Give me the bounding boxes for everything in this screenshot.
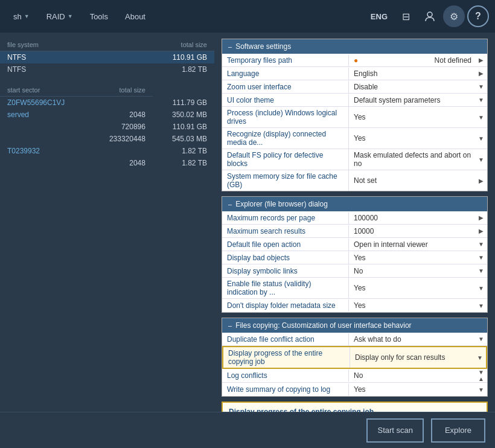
row-arrow-icon[interactable]: ▼ xyxy=(476,386,487,393)
settings-row[interactable]: System memory size for file cache (GB) N… xyxy=(222,170,487,191)
row-arrow-icon[interactable]: ▶ xyxy=(476,214,487,221)
settings-row[interactable]: Zoom user interface Disable ▼ xyxy=(222,80,487,94)
files-collapse-icon[interactable]: – xyxy=(228,322,232,329)
row-label: Zoom user interface xyxy=(222,81,349,93)
settings-row[interactable]: UI color theme Default system parameters… xyxy=(222,94,487,107)
row-value: 100000 xyxy=(349,212,476,224)
row-arrow-icon[interactable]: ▼ xyxy=(476,267,487,274)
fs-name: NTFS xyxy=(0,51,103,64)
row-arrow-icon[interactable]: ▶ xyxy=(476,70,487,77)
row-value: ●Not defined xyxy=(349,54,476,66)
lang-badge: ENG xyxy=(371,12,388,21)
fs-table-row[interactable]: NTFS 110.91 GB xyxy=(0,51,214,64)
row-value-text: Yes xyxy=(354,254,366,262)
settings-row[interactable]: Display symbolic links No ▼ xyxy=(222,264,487,278)
sector-id: Z0FW55696C1VJ xyxy=(0,97,89,109)
settings-row[interactable]: Maximum records per page 100000 ▶ xyxy=(222,211,487,225)
menu-label-sh: sh xyxy=(13,12,22,21)
row-arrow-icon[interactable]: ▼ xyxy=(476,254,487,261)
settings-icon-button[interactable]: ⚙ xyxy=(443,5,465,27)
row-label: Language xyxy=(222,68,349,80)
row-arrow-icon[interactable]: ▼ xyxy=(476,336,487,342)
settings-row[interactable]: Language English ▶ xyxy=(222,67,487,80)
row-label: UI color theme xyxy=(222,94,349,106)
software-collapse-icon[interactable]: – xyxy=(228,43,232,50)
settings-row[interactable]: Default file open action Open in interna… xyxy=(222,238,487,251)
settings-row[interactable]: Process (include) Windows logical drives… xyxy=(222,107,487,128)
menu-item-sh[interactable]: sh ▼ xyxy=(5,0,38,33)
row-arrow-icon[interactable]: ▼ xyxy=(476,83,487,90)
row-arrow-icon[interactable]: ▶ xyxy=(476,228,487,234)
row-arrow-icon[interactable]: ▶ xyxy=(476,178,487,184)
settings-row[interactable]: Default FS policy for defective blocks M… xyxy=(222,149,487,170)
settings-row[interactable]: Temporary files path ●Not defined ▶ xyxy=(222,54,487,67)
start-scan-button[interactable]: Start scan xyxy=(366,418,424,443)
row-value-text: No xyxy=(354,267,363,275)
sector-table-row[interactable]: T0239932 1.82 TB xyxy=(0,145,214,157)
row-value: Yes xyxy=(349,132,476,144)
sector-table-row[interactable]: 720896 110.91 GB xyxy=(0,121,214,133)
sector-table-row[interactable]: 2048 1.82 TB xyxy=(0,157,214,169)
row-label: Duplicate file conflict action xyxy=(222,333,349,345)
sector-id: T0239932 xyxy=(0,145,89,157)
explorer-settings-title: Explorer (file browser) dialog xyxy=(235,200,328,208)
row-label: Display symbolic links xyxy=(222,265,349,277)
settings-row[interactable]: Duplicate file conflict action Ask what … xyxy=(222,333,487,346)
row-arrow-icon[interactable]: ▼ xyxy=(476,97,487,103)
fs-col-header: file system xyxy=(0,39,103,51)
row-arrow-icon[interactable]: ▼ xyxy=(476,156,487,163)
menu-item-raid[interactable]: RAID ▼ xyxy=(38,0,81,33)
row-arrow-icon[interactable]: ▼ xyxy=(476,285,487,292)
row-label: Display bad objects xyxy=(222,252,349,264)
row-label: Default FS policy for defective blocks xyxy=(222,149,349,170)
row-value: No xyxy=(349,370,476,382)
row-value: Yes xyxy=(349,252,476,264)
row-value-text: Default system parameters xyxy=(354,96,440,104)
row-value: Mask emulated defects and abort on no xyxy=(349,149,476,170)
dot-icon: ● xyxy=(354,56,358,65)
row-arrow-icon[interactable]: ▶ xyxy=(476,57,487,63)
software-settings-title: Software settings xyxy=(235,42,291,51)
explore-button[interactable]: Explore xyxy=(431,418,485,443)
settings-row[interactable]: Log conflicts No ▼▲ xyxy=(222,369,487,383)
row-value-text: Display only for scan results xyxy=(355,353,445,362)
files-copying-title: Files copying: Customization of user int… xyxy=(235,321,411,330)
settings-row[interactable]: Write summary of copying to log Yes ▼ xyxy=(222,383,487,396)
sector-table-row[interactable]: 233320448 545.03 MB xyxy=(0,133,214,145)
row-arrow-icon[interactable]: ▼ xyxy=(475,354,486,361)
menu-arrow-raid: ▼ xyxy=(68,13,73,19)
sector-table-row[interactable]: served 2048 350.02 MB xyxy=(0,109,214,121)
menu-item-about[interactable]: About xyxy=(117,0,154,33)
row-arrow-icon[interactable]: ▼▲ xyxy=(476,369,487,382)
menu-item-tools[interactable]: Tools xyxy=(81,0,117,33)
row-label: Process (include) Windows logical drives xyxy=(222,107,349,127)
user-icon-button[interactable] xyxy=(419,5,441,27)
row-value-text: Yes xyxy=(354,113,366,121)
row-label: Don't display folder metadata size xyxy=(222,299,349,312)
settings-row[interactable]: Maximum search results 10000 ▶ xyxy=(222,225,487,238)
settings-row[interactable]: Display progress of the entire copying j… xyxy=(222,346,487,369)
sector-table-row[interactable]: Z0FW55696C1VJ 111.79 GB xyxy=(0,97,214,109)
settings-row[interactable]: Display bad objects Yes ▼ xyxy=(222,251,487,264)
fs-table-row[interactable]: NTFS 1.82 TB xyxy=(0,63,214,75)
help-icon-button[interactable]: ? xyxy=(467,5,489,27)
svg-point-0 xyxy=(427,12,432,17)
monitor-icon-button[interactable]: ⊟ xyxy=(395,5,417,27)
row-arrow-icon[interactable]: ▼ xyxy=(476,302,487,309)
row-value: Disable xyxy=(349,81,476,93)
row-label: Display progress of the entire copying j… xyxy=(223,347,350,368)
sector-start: 2048 xyxy=(89,157,153,169)
sector-size: 1.82 TB xyxy=(153,157,214,169)
row-arrow-icon[interactable]: ▼ xyxy=(476,114,487,121)
sector-id: served xyxy=(0,109,89,121)
explorer-collapse-icon[interactable]: – xyxy=(228,200,232,208)
settings-row[interactable]: Recognize (display) connected media de..… xyxy=(222,128,487,149)
row-value-text: Mask emulated defects and abort on no xyxy=(354,151,471,168)
row-arrow-icon[interactable]: ▼ xyxy=(476,135,487,142)
settings-row[interactable]: Enable file status (validity) indication… xyxy=(222,278,487,299)
fs-size-col-header: total size xyxy=(103,39,214,51)
row-value: Ask what to do xyxy=(349,333,476,345)
row-arrow-icon[interactable]: ▼ xyxy=(476,241,487,248)
sector-id xyxy=(0,133,89,145)
settings-row[interactable]: Don't display folder metadata size Yes ▼ xyxy=(222,299,487,312)
